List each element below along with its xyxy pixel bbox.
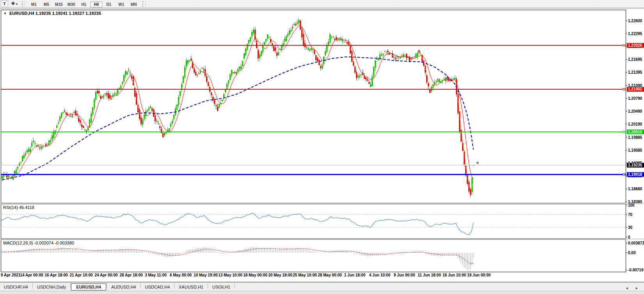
price-label-1.21002[interactable]: 1.21002 bbox=[627, 87, 644, 92]
timeframe-button-m15[interactable]: M15 bbox=[53, 2, 65, 7]
timeframe-button-w1[interactable]: W1 bbox=[116, 2, 127, 7]
line-handle[interactable] bbox=[623, 44, 625, 46]
svg-text:25 May 10:00: 25 May 10:00 bbox=[293, 273, 317, 277]
toolbar-separator bbox=[0, 8, 644, 9]
tab-separator bbox=[174, 283, 174, 289]
tab-separator bbox=[70, 283, 71, 289]
timeframe-button-m30[interactable]: M30 bbox=[66, 2, 77, 7]
svg-text:6 May 00:00: 6 May 00:00 bbox=[170, 273, 192, 277]
svg-text:1.20490: 1.20490 bbox=[628, 109, 642, 113]
panel-splitter[interactable] bbox=[0, 239, 644, 240]
chart-ohlc-values: 1.19235 1.19241 1.19227 1.19235 bbox=[36, 11, 101, 16]
svg-text:1.20190: 1.20190 bbox=[628, 122, 642, 126]
svg-text:70: 70 bbox=[628, 213, 633, 217]
svg-text:1.19585: 1.19585 bbox=[628, 148, 642, 152]
svg-text:1.20790: 1.20790 bbox=[628, 96, 642, 101]
svg-text:1.21002: 1.21002 bbox=[628, 87, 642, 91]
time-scale-tick-row[interactable] bbox=[0, 278, 644, 282]
style-tool-button[interactable]: ❖▾ bbox=[10, 1, 19, 7]
svg-text:0.003873: 0.003873 bbox=[628, 241, 644, 245]
svg-text:14 Apr 00:00: 14 Apr 00:00 bbox=[20, 273, 43, 277]
quote-dropdown-triangle-icon[interactable]: ▼ bbox=[4, 12, 7, 15]
svg-text:20 May 18:00: 20 May 18:00 bbox=[268, 273, 292, 277]
svg-text:28 May 00:00: 28 May 00:00 bbox=[318, 273, 342, 277]
svg-text:1.22295: 1.22295 bbox=[628, 32, 642, 36]
tab-separator bbox=[235, 283, 235, 289]
rsi-indicator-label: RSI(14) 45.4118 bbox=[3, 205, 34, 210]
line-handle[interactable] bbox=[623, 174, 625, 175]
timeframe-button-h1[interactable]: H1 bbox=[78, 2, 90, 7]
chart-tab-bar: USDCHF,H4USDCNH,DailyEURUSD,H4AUDUSD,H4U… bbox=[0, 282, 644, 291]
price-label-1.20010[interactable]: 1.20010 bbox=[627, 129, 644, 134]
macd-panel[interactable] bbox=[1, 240, 626, 272]
svg-text:24 Apr 00:00: 24 Apr 00:00 bbox=[94, 273, 118, 277]
svg-text:1.18680: 1.18680 bbox=[628, 187, 642, 191]
chart-title: ▼ EURUSD,H4 1.19235 1.19241 1.19227 1.19… bbox=[4, 11, 101, 16]
chart-tab-audusd[interactable]: AUDUSD,H4 bbox=[107, 283, 140, 290]
svg-text:9 Apr 2021: 9 Apr 2021 bbox=[1, 273, 21, 277]
status-bar bbox=[0, 291, 644, 294]
timeframe-button-mn[interactable]: MN bbox=[128, 2, 140, 7]
svg-text:9 Jun 00:00: 9 Jun 00:00 bbox=[394, 273, 415, 277]
svg-text:4 Jun 10:00: 4 Jun 10:00 bbox=[369, 273, 391, 277]
timeframe-button-h4[interactable]: H4 bbox=[91, 2, 102, 7]
svg-text:-0.00719: -0.00719 bbox=[628, 268, 644, 272]
chart-tab-usdcad[interactable]: USDCAD,H4 bbox=[141, 283, 174, 290]
chart-tab-usoil[interactable]: USOil,H1 bbox=[208, 283, 234, 290]
toolbar-grip bbox=[22, 1, 25, 7]
terminal-window: T ❖▾ M1M5M15M30H1H4D1W1MN ▼ EURUSD,H4 1.… bbox=[0, 0, 644, 294]
price-chart-canvas[interactable]: 1.226001.222951.219951.216951.213951.210… bbox=[0, 0, 644, 282]
chart-tab-eurusd[interactable]: EURUSD,H4 bbox=[71, 283, 106, 290]
svg-text:1.21395: 1.21395 bbox=[628, 70, 642, 74]
svg-text:1.19235: 1.19235 bbox=[628, 163, 642, 167]
chart-symbol-label: EURUSD,H4 bbox=[9, 11, 34, 16]
line-handle[interactable] bbox=[623, 88, 625, 90]
chart-tabs: USDCHF,H4USDCNH,DailyEURUSD,H4AUDUSD,H4U… bbox=[0, 283, 235, 290]
svg-text:0.00: 0.00 bbox=[628, 251, 636, 255]
svg-text:3 May 11:00: 3 May 11:00 bbox=[145, 273, 167, 277]
svg-text:1.19018: 1.19018 bbox=[628, 172, 642, 177]
svg-text:0: 0 bbox=[628, 235, 630, 239]
svg-text:13 May 10:00: 13 May 10:00 bbox=[218, 273, 242, 277]
svg-text:19 Jun 00:00: 19 Jun 00:00 bbox=[467, 273, 491, 277]
svg-text:1.21695: 1.21695 bbox=[628, 57, 642, 62]
chart-tab-xauusd[interactable]: XAUUSD,H1 bbox=[175, 283, 207, 290]
svg-text:10 May 19:00: 10 May 19:00 bbox=[194, 273, 218, 277]
tabs-scroll-right-arrow[interactable]: ► bbox=[633, 286, 641, 290]
rsi-panel[interactable] bbox=[1, 204, 626, 239]
svg-text:1.22025: 1.22025 bbox=[628, 43, 642, 48]
svg-text:21 Apr 10:00: 21 Apr 10:00 bbox=[69, 273, 93, 277]
timeframe-button-m1[interactable]: M1 bbox=[28, 2, 40, 7]
tab-separator bbox=[208, 283, 208, 289]
current-price-label[interactable]: 1.19235 bbox=[627, 163, 644, 168]
time-axis[interactable]: 9 Apr 202114 Apr 00:0016 Apr 18:0021 Apr… bbox=[1, 273, 491, 277]
timeframe-button-d1[interactable]: D1 bbox=[103, 2, 115, 7]
panel-splitter[interactable] bbox=[0, 203, 644, 204]
svg-text:11 Jun 18:00: 11 Jun 18:00 bbox=[418, 273, 441, 277]
timeframe-button-m5[interactable]: M5 bbox=[41, 2, 52, 7]
text-label-tool-button[interactable]: T bbox=[1, 0, 8, 7]
dropdown-caret-icon: ▾ bbox=[16, 2, 18, 6]
price-label-1.19018[interactable]: 1.19018 bbox=[627, 172, 644, 177]
diamonds-icon: ❖ bbox=[11, 1, 15, 6]
tabs-scroll-left-arrow[interactable]: ◄ bbox=[623, 286, 631, 290]
macd-indicator-label: MACD(12,26,9) -0.002074 -0.003380 bbox=[3, 241, 74, 245]
price-label-1.22025[interactable]: 1.22025 bbox=[627, 43, 644, 48]
top-toolbar: T ❖▾ M1M5M15M30H1H4D1W1MN bbox=[0, 0, 644, 8]
svg-text:18 May 00:00: 18 May 00:00 bbox=[243, 273, 267, 277]
svg-text:28 Apr 18:00: 28 Apr 18:00 bbox=[119, 273, 143, 277]
chart-tab-usdcnh[interactable]: USDCNH,Daily bbox=[33, 283, 70, 290]
tab-separator bbox=[107, 283, 107, 289]
toolbar-grip-2 bbox=[142, 1, 146, 7]
svg-text:1.19885: 1.19885 bbox=[628, 135, 642, 140]
svg-text:1 Jun 18:00: 1 Jun 18:00 bbox=[344, 273, 366, 277]
tab-separator bbox=[140, 283, 141, 289]
svg-text:16 Apr 18:00: 16 Apr 18:00 bbox=[44, 273, 68, 277]
svg-text:30: 30 bbox=[628, 225, 633, 230]
tab-separator bbox=[32, 283, 33, 289]
svg-text:16 Jun 10:00: 16 Jun 10:00 bbox=[443, 273, 466, 277]
line-handle[interactable] bbox=[623, 131, 625, 133]
timeframe-toolbar: M1M5M15M30H1H4D1W1MN bbox=[28, 0, 140, 7]
svg-text:1.22600: 1.22600 bbox=[628, 19, 642, 23]
chart-tab-usdchf[interactable]: USDCHF,H4 bbox=[0, 283, 32, 290]
